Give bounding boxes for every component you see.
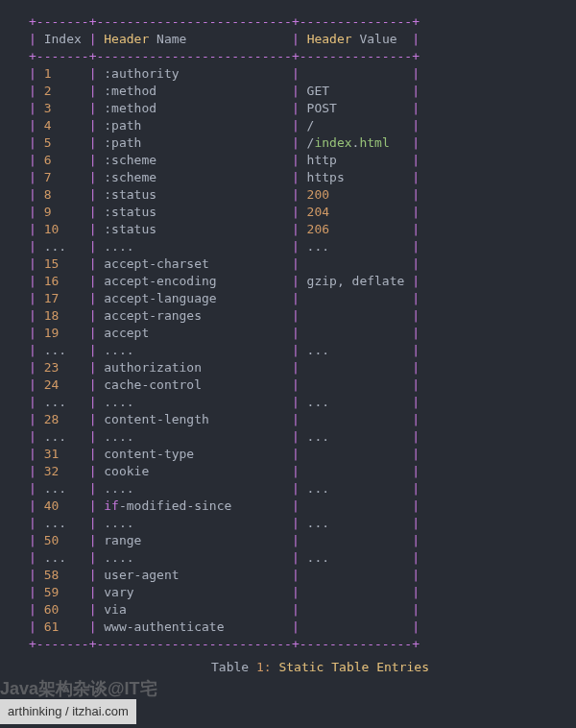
code-block: +-------+--------------------------+----…: [0, 0, 576, 686]
watermark-text: Java架构杂谈@IT宅: [0, 680, 157, 686]
table-caption: Table 1: Static Table Entries: [29, 653, 547, 676]
table-content: +-------+--------------------------+----…: [29, 13, 547, 653]
